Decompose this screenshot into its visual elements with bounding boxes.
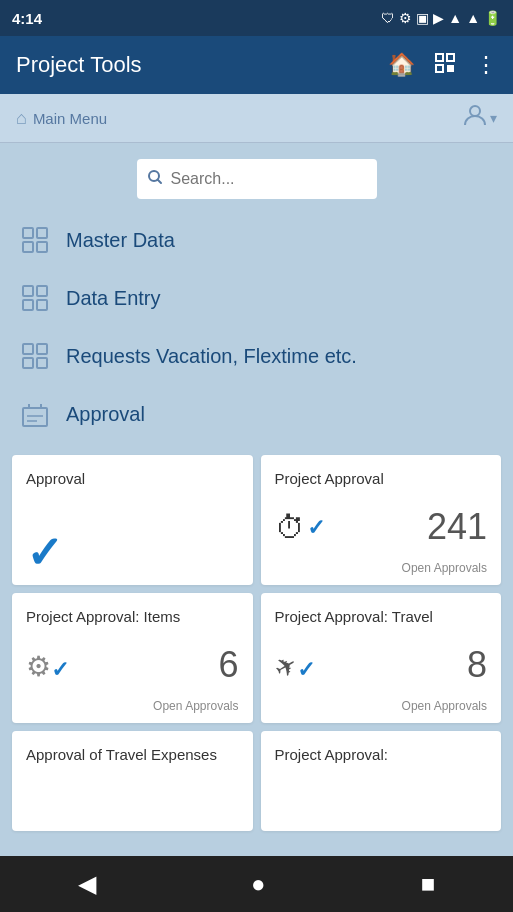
tiles-row-2: Project Approval: Items ⚙ ✓ 6 Open Appro… <box>12 593 501 723</box>
breadcrumb-home-icon: ⌂ <box>16 108 27 129</box>
svg-rect-2 <box>436 65 443 72</box>
chevron-down-icon: ▾ <box>490 110 497 126</box>
svg-rect-11 <box>37 228 47 238</box>
items-check-icon: ✓ <box>51 657 69 683</box>
data-entry-icon <box>20 283 50 313</box>
svg-rect-17 <box>37 300 47 310</box>
status-time: 4:14 <box>12 10 42 27</box>
requests-vacation-icon <box>20 341 50 371</box>
svg-rect-1 <box>447 54 454 61</box>
project-approval-footer: Open Approvals <box>275 561 488 575</box>
svg-rect-15 <box>37 286 47 296</box>
project-approval-travel-title: Project Approval: Travel <box>275 607 488 627</box>
approval-tile-body: ✓ <box>26 531 239 575</box>
project-approval-icon-area: ⏱ ✓ <box>275 511 325 545</box>
user-menu-button[interactable]: ▾ <box>462 102 497 134</box>
svg-rect-14 <box>23 286 33 296</box>
shield-icon: 🛡 <box>381 10 395 26</box>
svg-rect-10 <box>23 228 33 238</box>
svg-line-9 <box>157 180 161 184</box>
menu-item-approval[interactable]: Approval <box>0 385 513 443</box>
tiles-row-3: Approval of Travel Expenses Project Appr… <box>12 731 501 831</box>
svg-rect-12 <box>23 242 33 252</box>
gear-check-icon-area: ⚙ ✓ <box>26 650 69 683</box>
battery-icon: 🔋 <box>484 10 501 26</box>
svg-rect-4 <box>451 66 453 68</box>
project-approval-tile-title: Project Approval <box>275 469 488 489</box>
svg-rect-0 <box>436 54 443 61</box>
project-approval-count: 241 <box>427 509 487 545</box>
plane-check-icon-area: ✈ ✓ <box>275 652 315 683</box>
project-approval-items-title: Project Approval: Items <box>26 607 239 627</box>
svg-rect-20 <box>23 358 33 368</box>
home-nav-button[interactable]: ● <box>251 870 266 898</box>
recents-button[interactable]: ■ <box>421 870 436 898</box>
approval-travel-expenses-title: Approval of Travel Expenses <box>26 745 239 765</box>
svg-rect-5 <box>448 69 450 71</box>
search-icon <box>147 169 163 189</box>
project-approval-travel-body: ✈ ✓ 8 <box>275 647 488 683</box>
svg-rect-13 <box>37 242 47 252</box>
svg-point-7 <box>470 106 480 116</box>
menu-list: Master Data Data Entry Requests Vacation… <box>0 207 513 447</box>
sub-header: ⌂ Main Menu ▾ <box>0 94 513 143</box>
project-approval-travel-tile[interactable]: Project Approval: Travel ✈ ✓ 8 Open Appr… <box>261 593 502 723</box>
app-bar: Project Tools 🏠 ⋮ <box>0 36 513 94</box>
search-area <box>0 143 513 207</box>
project-approval-partial-tile[interactable]: Project Approval: <box>261 731 502 831</box>
status-bar: 4:14 🛡 ⚙ ▣ ▶ ▲ ▲ 🔋 <box>0 0 513 36</box>
menu-item-data-entry[interactable]: Data Entry <box>0 269 513 327</box>
signal-icon: ▲ <box>466 10 480 26</box>
user-avatar-icon <box>462 102 488 134</box>
sim-icon: ▣ <box>416 10 429 26</box>
wifi-icon: ▲ <box>448 10 462 26</box>
requests-vacation-label: Requests Vacation, Flextime etc. <box>66 345 357 368</box>
svg-rect-16 <box>23 300 33 310</box>
project-approval-travel-count: 8 <box>467 647 487 683</box>
search-input[interactable] <box>171 170 367 188</box>
tiles-row-1: Approval ✓ Project Approval ⏱ ✓ 241 Open… <box>12 455 501 585</box>
clock-icon: ⏱ <box>275 511 305 545</box>
master-data-label: Master Data <box>66 229 175 252</box>
svg-rect-6 <box>451 69 453 71</box>
home-button[interactable]: 🏠 <box>388 52 415 78</box>
menu-item-requests-vacation[interactable]: Requests Vacation, Flextime etc. <box>0 327 513 385</box>
settings-icon: ⚙ <box>399 10 412 26</box>
search-box[interactable] <box>137 159 377 199</box>
project-approval-items-body: ⚙ ✓ 6 <box>26 647 239 683</box>
svg-rect-3 <box>448 66 450 68</box>
status-icons: 🛡 ⚙ ▣ ▶ ▲ ▲ 🔋 <box>381 10 501 26</box>
master-data-icon <box>20 225 50 255</box>
svg-rect-19 <box>37 344 47 354</box>
approval-tile-title: Approval <box>26 469 239 489</box>
project-approval-partial-title: Project Approval: <box>275 745 488 765</box>
gear-icon: ⚙ <box>26 650 51 683</box>
svg-rect-22 <box>23 408 47 426</box>
menu-item-master-data[interactable]: Master Data <box>0 211 513 269</box>
approval-menu-label: Approval <box>66 403 145 426</box>
project-approval-tile[interactable]: Project Approval ⏱ ✓ 241 Open Approvals <box>261 455 502 585</box>
project-approval-travel-footer: Open Approvals <box>275 699 488 713</box>
tiles-section: Approval ✓ Project Approval ⏱ ✓ 241 Open… <box>0 447 513 847</box>
project-approval-tile-body: ⏱ ✓ 241 <box>275 509 488 545</box>
back-button[interactable]: ◀ <box>78 870 96 898</box>
approval-tile[interactable]: Approval ✓ <box>12 455 253 585</box>
breadcrumb-label: Main Menu <box>33 110 107 127</box>
project-approval-check-icon: ✓ <box>307 515 325 541</box>
project-approval-items-tile[interactable]: Project Approval: Items ⚙ ✓ 6 Open Appro… <box>12 593 253 723</box>
app-bar-actions: 🏠 ⋮ <box>388 51 497 80</box>
svg-rect-18 <box>23 344 33 354</box>
app-title: Project Tools <box>16 52 142 78</box>
svg-rect-21 <box>37 358 47 368</box>
approval-travel-expenses-tile[interactable]: Approval of Travel Expenses <box>12 731 253 831</box>
qr-code-button[interactable] <box>433 51 457 80</box>
more-menu-button[interactable]: ⋮ <box>475 52 497 78</box>
project-approval-items-footer: Open Approvals <box>26 699 239 713</box>
bottom-nav: ◀ ● ■ <box>0 856 513 912</box>
media-icon: ▶ <box>433 10 444 26</box>
breadcrumb[interactable]: ⌂ Main Menu <box>16 108 107 129</box>
project-approval-items-count: 6 <box>218 647 238 683</box>
data-entry-label: Data Entry <box>66 287 160 310</box>
approval-menu-icon <box>20 399 50 429</box>
approval-checkmark-icon: ✓ <box>26 531 63 575</box>
